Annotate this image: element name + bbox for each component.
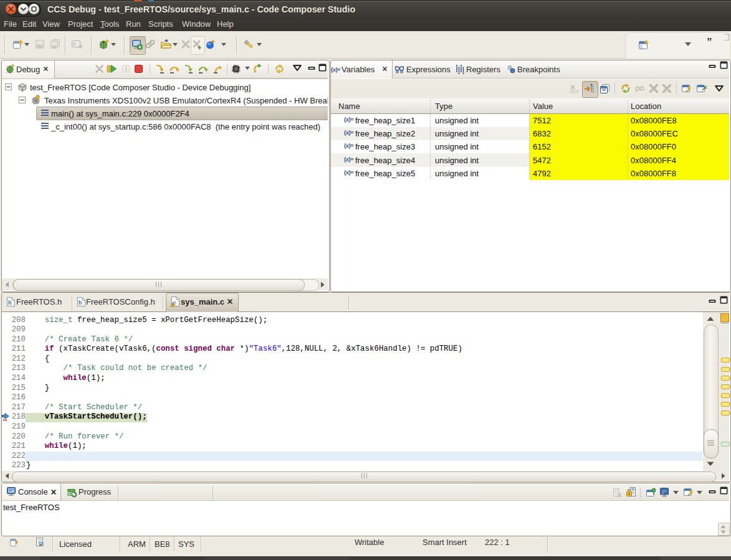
svg-text:!: !	[172, 303, 173, 307]
svg-text:h: h	[79, 300, 82, 306]
svg-text:h: h	[8, 300, 12, 306]
